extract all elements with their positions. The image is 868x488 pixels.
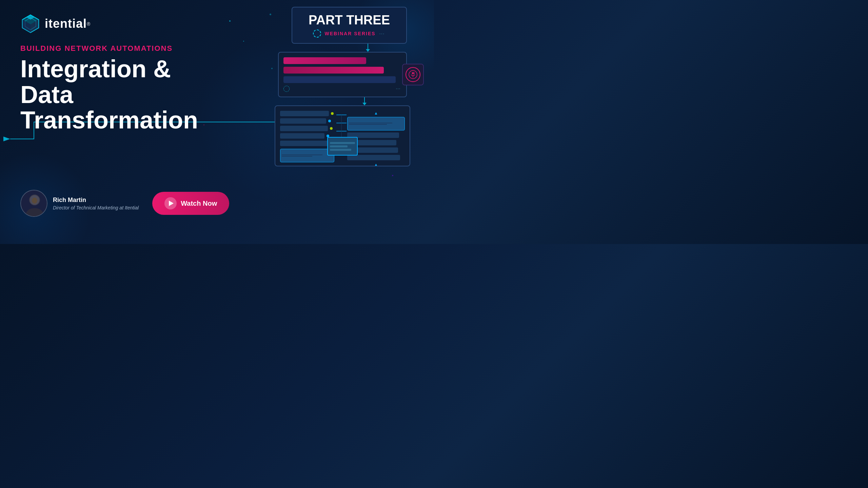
logo-text: itential (45, 17, 87, 30)
decorative-dot (243, 41, 244, 42)
watch-now-button[interactable]: Watch Now (152, 192, 229, 215)
webinar-series-label: WEBINAR SERIES (324, 31, 375, 36)
plugin-circle (406, 67, 420, 82)
flow-item-r (347, 155, 400, 160)
main-title-line1: Integration & Data (20, 55, 171, 108)
flow-dot-blue (328, 120, 331, 122)
flow-dot (330, 127, 333, 130)
flow-right-content (349, 122, 403, 125)
flow-center-line (330, 145, 348, 147)
webinar-series-row: WEBINAR SERIES ⋯ (300, 29, 398, 38)
flow-highlight-content (282, 154, 333, 157)
flow-line (349, 124, 387, 125)
arrow-head-2 (362, 103, 367, 105)
panel-bar-3 (283, 76, 396, 83)
dashed-circle-icon (313, 29, 321, 38)
panel-bar-1 (283, 57, 366, 64)
part-three-title: PART THREE (300, 13, 398, 27)
logo-area: itential® (20, 14, 203, 34)
panel-footer: ⋯ (283, 86, 401, 92)
plugin-svg-icon (408, 70, 418, 79)
flow-center-line (330, 142, 355, 144)
watch-now-label: Watch Now (181, 200, 217, 207)
dashed-circle-sm (283, 86, 290, 92)
presenter-name: Rich Martin (53, 197, 139, 204)
middle-section: ⋯ (271, 52, 420, 97)
flow-highlight-box (280, 149, 334, 162)
flow-panel: ▲ ▲ (275, 105, 410, 166)
flow-line (349, 123, 392, 123)
decorative-dot (229, 20, 231, 22)
down-arrow-2 (309, 97, 420, 105)
decorative-dot (392, 175, 393, 176)
presenter-text: Rich Martin Director of Technical Market… (53, 197, 139, 210)
svg-point-8 (409, 70, 417, 79)
play-icon (164, 197, 177, 209)
flow-item (280, 141, 329, 146)
flow-arrow-label: ▲ (347, 111, 405, 116)
flow-center-box (327, 137, 358, 156)
flow-item (280, 111, 329, 116)
connector-line-2 (364, 97, 365, 103)
flow-arrow-bottom: ▲ (347, 162, 405, 166)
plugin-icon-box (402, 64, 424, 85)
automation-panel: ⋯ (278, 52, 407, 97)
subtitle: BUILDING NETWORK AUTOMATIONS (20, 44, 203, 53)
main-title-line2: Transformation (20, 106, 198, 134)
presenter-avatar (20, 190, 47, 217)
arrow-head (366, 49, 370, 52)
panel-bar-2 (283, 67, 384, 74)
bottom-section: Rich Martin Director of Technical Market… (20, 190, 229, 217)
left-panel: itential® BUILDING NETWORK AUTOMATIONS I… (20, 14, 203, 143)
svg-rect-9 (412, 72, 413, 74)
three-dots-decoration: ⋯ (379, 30, 386, 37)
flow-item (280, 133, 324, 139)
dots-decoration: ⋯ (396, 86, 401, 92)
flow-left-col (280, 111, 334, 162)
logo-trademark: ® (87, 21, 90, 27)
flow-center-line (330, 149, 351, 151)
flow-right-box (347, 117, 405, 130)
svg-rect-10 (413, 72, 414, 74)
connector-line (368, 44, 368, 49)
flow-item (280, 118, 326, 124)
svg-point-7 (32, 198, 37, 204)
play-triangle (169, 201, 174, 206)
part-three-box: PART THREE WEBINAR SERIES ⋯ (292, 7, 407, 44)
down-arrow-1 (315, 44, 420, 52)
right-panel: PART THREE WEBINAR SERIES ⋯ ⋯ (271, 7, 420, 166)
presenter-info: Rich Martin Director of Technical Market… (20, 190, 139, 217)
flow-dot (331, 112, 334, 115)
flow-item (280, 126, 328, 131)
logo-icon (20, 14, 41, 34)
main-title: Integration & Data Transformation (20, 56, 203, 133)
flow-line (282, 156, 312, 157)
avatar-image (21, 190, 47, 217)
presenter-title: Director of Technical Marketing at Itent… (53, 205, 139, 210)
flow-line (282, 155, 322, 155)
